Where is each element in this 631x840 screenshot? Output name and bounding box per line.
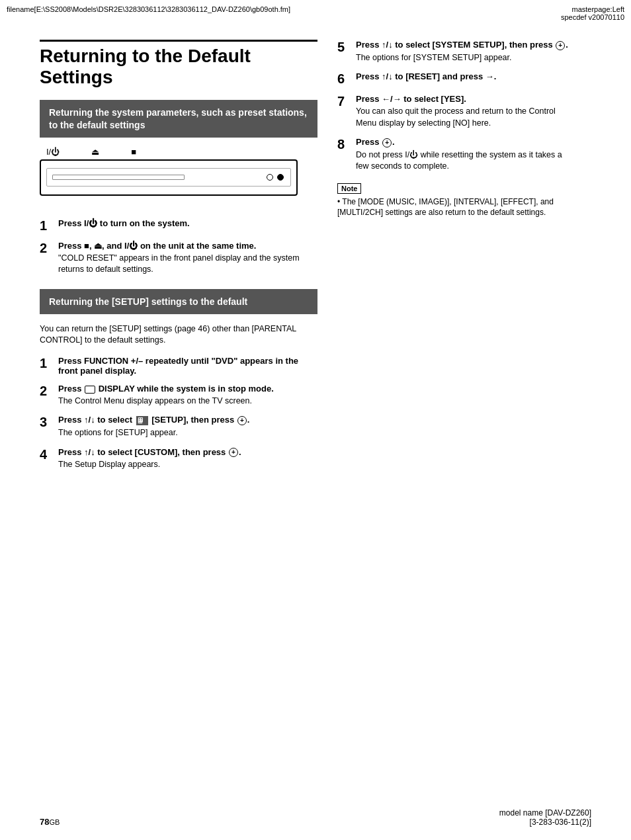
step-detail: Do not press I/⏻ while resetting the sys…	[356, 149, 575, 173]
masterpage-label: masterpage:Left	[561, 5, 624, 13]
step-number: 4	[40, 447, 58, 462]
step-2-1: 1 Press FUNCTION +/– repeatedly until "D…	[40, 356, 317, 376]
step-number: 2	[40, 384, 58, 398]
step-number: 2	[40, 241, 58, 255]
step-instruction: Press ■, ⏏, and I/⏻ on the unit at the s…	[58, 241, 256, 251]
enter-btn: +	[382, 138, 392, 147]
steps-section1: 1 Press I/⏻ to turn on the system. 2 Pre…	[40, 218, 317, 276]
step-content: Press DISPLAY while the system is in sto…	[58, 384, 317, 407]
main-content: Returning to the Default Settings Return…	[40, 40, 609, 479]
step-detail: The Control Menu display appears on the …	[58, 396, 317, 407]
step-1-1: 1 Press I/⏻ to turn on the system.	[40, 218, 317, 233]
left-column: Returning to the Default Settings Return…	[40, 40, 317, 479]
note-section: Note • The [MODE (MUSIC, IMAGE)], [INTER…	[337, 183, 575, 219]
step-r-8: 8 Press +. Do not press I/⏻ while resett…	[337, 137, 575, 173]
step-r-7: 7 Press ←/→ to select [YES]. You can als…	[337, 94, 575, 129]
step-content: Press ↑/↓ to [RESET] and press →.	[356, 71, 575, 81]
step-2-3: 3 Press ↑/↓ to select ⊞ [SETUP], then pr…	[40, 415, 317, 439]
steps-right: 5 Press ↑/↓ to select [SYSTEM SETUP], th…	[337, 40, 575, 173]
step-content: Press ↑/↓ to select ⊞ [SETUP], then pres…	[58, 415, 317, 439]
page-footer: 78GB model name [DAV-DZ260] [3-283-036-1…	[40, 808, 591, 827]
step-1-2: 2 Press ■, ⏏, and I/⏻ on the unit at the…	[40, 241, 317, 276]
device-circle-1	[267, 174, 273, 181]
device-icons-row: I/⏻ ⏏ ■	[46, 147, 317, 157]
svg-text:⊞: ⊞	[138, 418, 143, 425]
step-number: 7	[337, 94, 356, 108]
step-r-5: 5 Press ↑/↓ to select [SYSTEM SETUP], th…	[337, 40, 575, 63]
step-number: 1	[40, 218, 58, 233]
model-number: [3-283-036-11(2)]	[499, 818, 591, 827]
step-content: Press +. Do not press I/⏻ while resettin…	[356, 137, 575, 173]
step-number: 3	[40, 415, 58, 429]
top-bar: filename[E:\SS2008\Models\DSR2E\32830361…	[7, 5, 624, 21]
eject-icon: ⏏	[91, 147, 99, 157]
step-instruction: Press DISPLAY while the system is in sto…	[58, 384, 274, 394]
power-icon: I/⏻	[46, 147, 60, 157]
step-content: Press FUNCTION +/– repeatedly until "DVD…	[58, 356, 317, 376]
step-content: Press ■, ⏏, and I/⏻ on the unit at the s…	[58, 241, 317, 276]
enter-btn: +	[237, 416, 247, 425]
step-content: Press ↑/↓ to select [SYSTEM SETUP], then…	[356, 40, 575, 63]
device-illustration: I/⏻ ⏏ ■	[40, 147, 317, 206]
page-number-container: 78GB	[40, 817, 60, 827]
device-slot	[52, 175, 185, 180]
page-number: 78GB	[40, 817, 60, 827]
top-bar-right: masterpage:Left specdef v20070110	[561, 5, 624, 21]
step-content: Press ←/→ to select [YES]. You can also …	[356, 94, 575, 129]
stop-icon: ■	[131, 147, 136, 157]
step-content: Press I/⏻ to turn on the system.	[58, 218, 317, 228]
step-instruction: Press +.	[356, 137, 395, 147]
section1-header: Returning the system parameters, such as…	[40, 100, 317, 137]
enter-btn: +	[229, 448, 238, 457]
enter-btn: +	[556, 41, 565, 50]
model-info: model name [DAV-DZ260] [3-283-036-11(2)]	[499, 808, 591, 827]
device-box-inner	[46, 168, 291, 187]
device-circles	[267, 174, 284, 181]
step-instruction: Press ↑/↓ to select ⊞ [SETUP], then pres…	[58, 415, 249, 425]
step-detail: The Setup Display appears.	[58, 459, 317, 471]
step-detail: The options for [SYSTEM SETUP] appear.	[356, 52, 575, 64]
step-instruction: Press FUNCTION +/– repeatedly until "DVD…	[58, 356, 298, 376]
section2-header: Returning the [SETUP] settings to the de…	[40, 289, 317, 314]
specdef-label: specdef v20070110	[561, 13, 624, 21]
step-detail: You can also quit the process and return…	[356, 106, 575, 129]
step-instruction: Press ←/→ to select [YES].	[356, 94, 466, 104]
setup-icon: ⊞	[136, 416, 148, 425]
step-number: 5	[337, 40, 356, 54]
step-2-2: 2 Press DISPLAY while the system is in s…	[40, 384, 317, 407]
note-label: Note	[337, 183, 361, 194]
step-instruction: Press ↑/↓ to select [CUSTOM], then press…	[58, 447, 241, 457]
step-number: 1	[40, 356, 58, 370]
right-column: 5 Press ↑/↓ to select [SYSTEM SETUP], th…	[337, 40, 575, 479]
step-detail: The options for [SETUP] appear.	[58, 427, 317, 439]
steps-section2: 1 Press FUNCTION +/– repeatedly until "D…	[40, 356, 317, 471]
step-instruction: Press ↑/↓ to select [SYSTEM SETUP], then…	[356, 40, 568, 50]
note-content: • The [MODE (MUSIC, IMAGE)], [INTERVAL],…	[337, 196, 575, 219]
section2-intro: You can return the [SETUP] settings (pag…	[40, 323, 317, 347]
step-number: 6	[337, 71, 356, 86]
file-path: filename[E:\SS2008\Models\DSR2E\32830361…	[7, 5, 290, 21]
display-icon	[85, 386, 95, 394]
step-instruction: Press ↑/↓ to [RESET] and press →.	[356, 71, 496, 81]
step-r-6: 6 Press ↑/↓ to [RESET] and press →.	[337, 71, 575, 86]
step-instruction: Press I/⏻ to turn on the system.	[58, 218, 190, 228]
device-box	[40, 159, 298, 196]
model-name: model name [DAV-DZ260]	[499, 808, 591, 818]
step-number: 8	[337, 137, 356, 151]
page-title: Returning to the Default Settings	[40, 40, 317, 88]
step-detail: "COLD RESET" appears in the front panel …	[58, 253, 317, 276]
step-2-4: 4 Press ↑/↓ to select [CUSTOM], then pre…	[40, 447, 317, 471]
device-circle-2	[277, 174, 284, 181]
step-content: Press ↑/↓ to select [CUSTOM], then press…	[58, 447, 317, 471]
